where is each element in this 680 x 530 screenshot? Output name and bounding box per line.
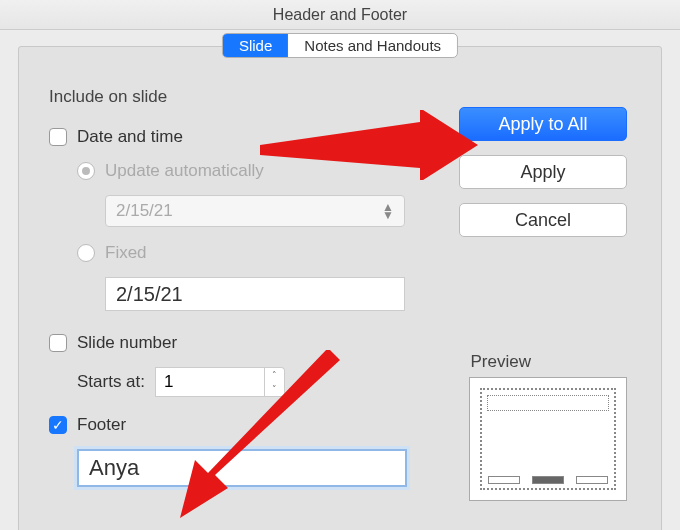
preview-label: Preview — [471, 352, 531, 372]
fixed-date-input[interactable]: 2/15/21 — [105, 277, 405, 311]
fixed-radio[interactable] — [77, 244, 95, 262]
window-title: Header and Footer — [0, 0, 680, 30]
update-auto-radio[interactable] — [77, 162, 95, 180]
date-time-checkbox[interactable] — [49, 128, 67, 146]
starts-at-label: Starts at: — [77, 372, 145, 392]
preview-thumbnail — [469, 377, 627, 501]
footer-text-input[interactable]: Anya — [77, 449, 407, 487]
starts-at-input[interactable] — [155, 367, 265, 397]
slide-number-checkbox[interactable] — [49, 334, 67, 352]
apply-button[interactable]: Apply — [459, 155, 627, 189]
include-on-slide-legend: Include on slide — [49, 87, 479, 107]
cancel-button[interactable]: Cancel — [459, 203, 627, 237]
starts-at-stepper[interactable]: ˄˅ — [265, 367, 285, 397]
tab-notes-handouts[interactable]: Notes and Handouts — [288, 34, 457, 57]
apply-to-all-button[interactable]: Apply to All — [459, 107, 627, 141]
tab-slide[interactable]: Slide — [223, 34, 288, 57]
include-on-slide-group: Include on slide Date and time Update au… — [49, 87, 479, 487]
auto-date-value: 2/15/21 — [116, 201, 173, 221]
footer-label: Footer — [77, 415, 126, 435]
tab-bar: Slide Notes and Handouts — [222, 33, 458, 58]
slide-number-label: Slide number — [77, 333, 177, 353]
fixed-label: Fixed — [105, 243, 147, 263]
footer-checkbox[interactable]: ✓ — [49, 416, 67, 434]
dialog-body: Slide Notes and Handouts Include on slid… — [18, 46, 662, 530]
chevron-updown-icon: ▲▼ — [382, 203, 394, 219]
update-auto-label: Update automatically — [105, 161, 264, 181]
date-time-label: Date and time — [77, 127, 183, 147]
auto-date-dropdown[interactable]: 2/15/21 ▲▼ — [105, 195, 405, 227]
